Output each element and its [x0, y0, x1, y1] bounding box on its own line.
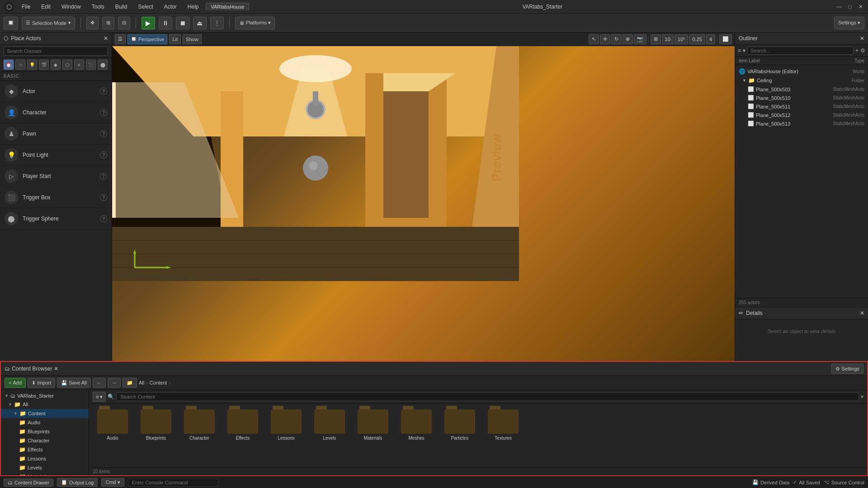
- camera-speed-btn[interactable]: 4: [706, 34, 715, 44]
- cmd-btn[interactable]: Cmd ▾: [101, 478, 124, 487]
- folder-blueprints[interactable]: Blueprints: [138, 409, 174, 441]
- project-tab[interactable]: VARlabsHouse: [206, 3, 249, 10]
- cb-folder-btn[interactable]: 📁: [123, 378, 137, 388]
- tree-effects[interactable]: 📁 Effects: [1, 445, 89, 454]
- cb-add-btn[interactable]: + Add: [5, 378, 26, 388]
- more-options-button[interactable]: ⋮: [210, 17, 224, 29]
- actor-help-actor[interactable]: ?: [100, 88, 107, 95]
- minimize-button[interactable]: —: [835, 3, 843, 10]
- scale-value-btn[interactable]: 0.25: [689, 34, 705, 44]
- cb-save-btn[interactable]: 💾 Save All: [57, 378, 91, 388]
- cb-close[interactable]: ✕: [54, 366, 58, 372]
- actor-help-trigger-box[interactable]: ?: [100, 194, 107, 201]
- filter-static[interactable]: ⬛: [86, 60, 96, 70]
- outliner-search[interactable]: [747, 47, 854, 55]
- console-input[interactable]: [128, 479, 218, 487]
- tree-varlabs-starter[interactable]: ▼ 🗂 VARlabs_Starter: [1, 392, 89, 400]
- actor-item-trigger-sphere[interactable]: ⬤ Trigger Sphere ?: [0, 208, 112, 230]
- content-search-input[interactable]: [116, 392, 859, 401]
- actor-item-point-light[interactable]: 💡 Point Light ?: [0, 145, 112, 166]
- viewport-menu-btn[interactable]: ☰: [115, 34, 126, 44]
- platforms-btn[interactable]: 🖥 Platforms ▾: [235, 17, 275, 29]
- angle-value-btn[interactable]: 10°: [675, 34, 689, 44]
- select-tool-btn[interactable]: ↖: [589, 34, 599, 44]
- cb-forward-btn[interactable]: →: [108, 378, 121, 388]
- collapse-arrow-ceiling[interactable]: ▼: [742, 78, 746, 83]
- folder-lessons[interactable]: Lessons: [268, 409, 304, 441]
- filter-down-icon[interactable]: ▾: [743, 47, 745, 54]
- details-close[interactable]: ✕: [860, 310, 864, 316]
- translate-btn[interactable]: ✛: [600, 34, 610, 44]
- settings-btn[interactable]: Settings ▾: [834, 17, 864, 29]
- filter-icon[interactable]: ≡: [738, 47, 741, 54]
- maximize-viewport-btn[interactable]: ⬜: [719, 34, 732, 44]
- filter-more[interactable]: ⬤: [98, 60, 108, 70]
- maximize-button[interactable]: □: [846, 3, 854, 10]
- grid-toggle-btn[interactable]: ⊞: [651, 34, 661, 44]
- transform-btn[interactable]: ✥: [86, 17, 99, 29]
- outliner-row-plane512[interactable]: ⬜ Plane_500x512 StaticMeshActo: [735, 111, 868, 119]
- perspective-btn[interactable]: 🔲 Perspective: [127, 34, 167, 44]
- menu-edit[interactable]: Edit: [39, 3, 52, 11]
- grid-btn[interactable]: ⊟: [118, 17, 130, 29]
- tree-audio[interactable]: 📁 Audio: [1, 418, 89, 427]
- outliner-row-plane510[interactable]: ⬜ Plane_500x510 StaticMeshActo: [735, 94, 868, 102]
- outliner-row-plane513[interactable]: ⬜ Plane_500x513 StaticMeshActo: [735, 119, 868, 128]
- tree-content[interactable]: ▼ 📁 Content: [1, 409, 89, 418]
- actor-help-trigger-sphere[interactable]: ?: [100, 215, 107, 222]
- folder-particles[interactable]: Particles: [442, 409, 478, 441]
- viewport[interactable]: Preview: [112, 46, 735, 361]
- show-btn[interactable]: Show: [183, 34, 202, 44]
- outliner-close[interactable]: ✕: [860, 35, 864, 42]
- breadcrumb-content[interactable]: Content: [150, 380, 167, 385]
- mode-icon-btn[interactable]: 🔲: [4, 17, 18, 29]
- menu-help[interactable]: Help: [186, 3, 201, 11]
- actor-item-actor[interactable]: ◆ Actor ?: [0, 81, 112, 102]
- actor-help-point-light[interactable]: ?: [100, 151, 107, 159]
- actor-help-character[interactable]: ?: [100, 109, 107, 116]
- filter-recent[interactable]: ⏰: [4, 60, 14, 70]
- tree-character[interactable]: 📁 Character: [1, 436, 89, 445]
- folder-effects[interactable]: Effects: [225, 409, 261, 441]
- output-log-btn[interactable]: 📋 Output Log: [57, 478, 98, 487]
- outliner-row-plane503[interactable]: ⬜ Plane_500x503 StaticMeshActo: [735, 85, 868, 94]
- menu-select[interactable]: Select: [136, 3, 155, 11]
- folder-textures[interactable]: Textures: [485, 409, 521, 441]
- grid-value-btn[interactable]: 10: [662, 34, 674, 44]
- actor-help-player-start[interactable]: ?: [100, 173, 107, 180]
- close-button[interactable]: ✕: [857, 3, 864, 10]
- actor-item-trigger-box[interactable]: ⬛ Trigger Box ?: [0, 187, 112, 208]
- menu-file[interactable]: File: [20, 3, 32, 11]
- cb-dropdown-icon[interactable]: ▾: [861, 394, 863, 400]
- outliner-settings-icon[interactable]: ⚙: [860, 47, 865, 54]
- folder-meshes[interactable]: Meshes: [398, 409, 434, 441]
- menu-window[interactable]: Window: [60, 3, 83, 11]
- filter-all-classes[interactable]: ≡: [74, 60, 84, 70]
- menu-actor[interactable]: Actor: [162, 3, 179, 11]
- menu-tools[interactable]: Tools: [90, 3, 106, 11]
- tree-levels[interactable]: 📁 Levels: [1, 463, 89, 472]
- filter-shapes[interactable]: ◆: [51, 60, 61, 70]
- tree-blueprints[interactable]: 📁 Blueprints: [1, 427, 89, 436]
- eject-button[interactable]: ⏏: [193, 17, 207, 29]
- menu-build[interactable]: Build: [113, 3, 129, 11]
- derived-data-info[interactable]: 💾 Derived Data: [752, 479, 789, 485]
- selection-mode-btn[interactable]: ☰ Selection Mode ▾: [22, 17, 75, 29]
- filter-cinematic[interactable]: 🎬: [39, 60, 49, 70]
- outliner-row-plane511[interactable]: ⬜ Plane_500x511 StaticMeshActo: [735, 102, 868, 111]
- actor-search-input[interactable]: [4, 47, 108, 56]
- tree-all[interactable]: ▼ 📁 All: [1, 400, 89, 409]
- outliner-add-icon[interactable]: +: [855, 47, 859, 54]
- sort-btn[interactable]: ≡ ▾: [93, 392, 106, 402]
- folder-character[interactable]: Character: [181, 409, 217, 441]
- folder-materials[interactable]: Materials: [355, 409, 391, 441]
- filter-lights[interactable]: 💡: [27, 60, 37, 70]
- cb-import-btn[interactable]: ⬇ Import: [28, 378, 55, 388]
- stop-button[interactable]: ⏹: [176, 17, 189, 29]
- camera-btn[interactable]: 📷: [634, 34, 646, 44]
- pause-button[interactable]: ⏸: [159, 17, 172, 29]
- filter-volumes[interactable]: ⬡: [62, 60, 72, 70]
- folder-audio[interactable]: Audio: [94, 409, 131, 441]
- cb-back-btn[interactable]: ←: [93, 378, 106, 388]
- folder-levels[interactable]: Levels: [311, 409, 348, 441]
